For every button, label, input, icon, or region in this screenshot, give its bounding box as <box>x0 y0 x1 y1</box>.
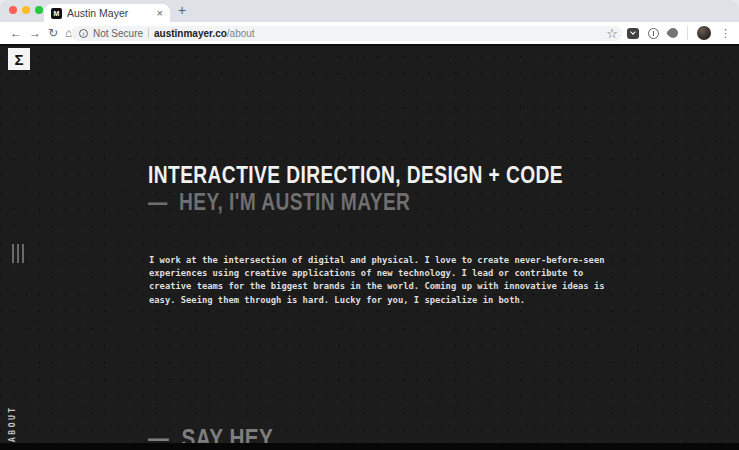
browser-tab[interactable]: M Austin Mayer × <box>44 4 170 22</box>
password-extension-icon[interactable] <box>648 28 659 39</box>
tab-close-icon[interactable]: × <box>157 8 163 19</box>
intro-paragraph: I work at the intersection of digital an… <box>149 254 611 307</box>
hero-section: INTERACTIVE DIRECTION, DESIGN + CODE — H… <box>148 163 596 214</box>
toolbar-right-icons: ☆ ⋮ <box>606 22 731 44</box>
browser-toolbar: ← → ↻ ⌂ i Not Secure austinmayer.co/abou… <box>0 22 739 44</box>
page-content: Σ INTERACTIVE DIRECTION, DESIGN + CODE —… <box>0 44 739 450</box>
menu-bars-icon[interactable] <box>12 244 24 263</box>
url-host: austinmayer.co <box>154 28 227 39</box>
window-controls <box>9 6 43 14</box>
toolbar-divider <box>687 26 688 40</box>
url-text: austinmayer.co/about <box>154 28 255 39</box>
tab-strip: M Austin Mayer × + <box>0 0 739 22</box>
tab-title: Austin Mayer <box>67 7 152 19</box>
back-icon[interactable]: ← <box>10 27 22 39</box>
tab-favicon-icon: M <box>51 8 62 19</box>
nav-controls: ← → ↻ ⌂ <box>0 27 72 39</box>
site-info-icon[interactable]: i <box>79 29 88 38</box>
browser-window: M Austin Mayer × + ← → ↻ ⌂ i Not Secure … <box>0 0 739 450</box>
page-subtitle: — HEY, I'M AUSTIN MAYER <box>148 190 596 214</box>
address-bar[interactable]: i Not Secure austinmayer.co/about <box>71 26 622 41</box>
pocket-extension-icon[interactable] <box>627 28 639 39</box>
zoom-window-button[interactable] <box>35 6 43 14</box>
site-logo[interactable]: Σ <box>8 48 30 70</box>
bottom-strip <box>0 443 739 450</box>
minimize-window-button[interactable] <box>22 6 30 14</box>
page-title: INTERACTIVE DIRECTION, DESIGN + CODE <box>148 163 566 187</box>
security-status-label: Not Secure <box>93 28 143 39</box>
bookmark-star-icon[interactable]: ☆ <box>606 27 618 40</box>
forward-icon[interactable]: → <box>29 27 41 39</box>
close-window-button[interactable] <box>9 6 17 14</box>
url-path: /about <box>227 28 255 39</box>
about-side-label: ABOUT <box>8 405 17 442</box>
address-divider <box>148 28 149 38</box>
reload-icon[interactable]: ↻ <box>48 27 58 39</box>
profile-avatar[interactable] <box>697 26 711 40</box>
browser-menu-icon[interactable]: ⋮ <box>720 28 731 39</box>
extension-icon[interactable] <box>666 26 680 40</box>
new-tab-button[interactable]: + <box>178 2 186 18</box>
